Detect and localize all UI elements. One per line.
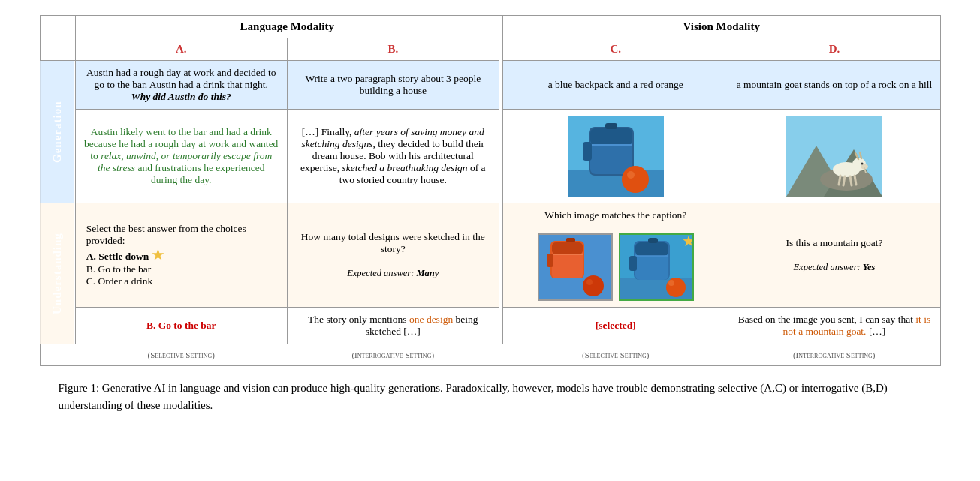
star-icon-a: ★ [152,248,164,263]
svg-rect-7 [605,123,617,129]
svg-rect-5 [590,128,632,145]
und-prompt-a-content: Select the best answer from the choices … [86,223,276,287]
col-d-header: D. [728,38,940,61]
und-output-d-cell: Based on the image you sent, I can say t… [728,308,940,344]
svg-line-18 [839,176,840,185]
gen-output-a: Austin likely went to the bar and had a … [84,126,278,185]
gen-prompt-row: Generation Austin had a rough day at wor… [40,61,940,110]
svg-rect-39 [635,242,668,256]
gen-prompt-a-cell: Austin had a rough day at work and decid… [75,61,287,110]
und-output-c-selected: [selected] [596,320,636,331]
svg-rect-8 [583,142,592,161]
gen-output-b: […] Finally, after years of saving money… [300,126,486,185]
svg-point-10 [627,171,635,179]
backpack-image-container [511,116,720,197]
und-output-b-cell: The story only mentions one design being… [287,308,499,344]
sel-img-1-svg [539,235,611,299]
und-prompt-row: Understanding Select the best answer fro… [40,203,940,308]
gen-prompt-a-question: Why did Austin do this? [131,91,231,102]
und-prompt-d-expected-label: Expected answer: Yes [793,262,875,272]
corner-cell [40,16,75,38]
und-prompt-b-cell: How many total designs were sketched in … [287,203,499,308]
generation-label: Generation [40,61,75,203]
svg-point-34 [586,279,593,285]
gen-output-b-cell: […] Finally, after years of saving money… [287,110,499,203]
gen-prompt-d-cell: a mountain goat stands on top of a rock … [728,61,940,110]
setting-c: (Selective Setting) [503,344,728,366]
gen-output-d-cell [728,110,940,203]
und-prompt-d-expected-answer: Yes [863,262,876,272]
main-table: Language Modality Vision Modality A. B. … [40,15,941,366]
setting-a: (Selective Setting) [75,344,287,366]
und-output-a-cell: B. Go to the bar [75,308,287,344]
table-wrapper: Language Modality Vision Modality A. B. … [40,15,941,366]
svg-rect-31 [547,254,553,267]
svg-line-21 [855,176,856,185]
svg-point-33 [583,275,604,296]
sel-img-1-container [538,233,613,301]
star-icon-c: ★ [682,233,694,250]
und-prompt-c-cell: Which image matches the caption? [503,203,728,308]
header-row: Language Modality Vision Modality [40,16,940,38]
goat-svg [786,116,882,197]
und-prompt-b-expected-answer: Many [416,268,439,278]
svg-point-9 [622,166,649,193]
col-labels-row: A. B. C. D. [40,38,940,61]
col-a-header: A. [75,38,287,61]
settings-row: (Selective Setting) (Interrogative Setti… [40,344,940,366]
gen-output-c-cell [503,110,728,203]
col-b-header: B. [287,38,499,61]
settings-corner [40,344,75,366]
svg-point-44 [668,280,674,286]
backpack-svg [568,116,664,197]
gen-prompt-b-cell: Write a two paragraph story about 3 peop… [287,61,499,110]
gen-prompt-a-text: Austin had a rough day at work and decid… [83,67,279,103]
gen-prompt-c-cell: a blue backpack and a red orange [503,61,728,110]
und-answer-a: A. Settle down ★ [86,251,164,262]
svg-rect-32 [566,238,575,242]
und-prompt-d-content: Is this a mountain goat? Expected answer… [736,237,932,273]
setting-d: (Interrogative Setting) [728,344,940,366]
svg-rect-42 [648,238,658,243]
gen-output-row: Austin likely went to the bar and had a … [40,110,940,203]
main-container: Language Modality Vision Modality A. B. … [15,15,965,413]
setting-b: (Interrogative Setting) [287,344,499,366]
vision-modality-header: Vision Modality [503,16,940,38]
und-prompt-d-cell: Is this a mountain goat? Expected answer… [728,203,940,308]
sel-img-2: ★ [619,233,694,301]
svg-line-20 [850,176,852,185]
und-output-b: The story only mentions one design being… [308,314,478,337]
svg-point-43 [666,278,686,297]
figure-caption: Figure 1: Generative AI in language and … [59,380,922,413]
und-prompt-b-expected-label: Expected answer: Many [347,268,439,278]
und-output-a: B. Go to the bar [146,320,216,331]
und-prompt-b-content: How many total designs were sketched in … [295,231,491,279]
sel-img-1 [538,233,613,301]
svg-line-19 [843,176,845,185]
und-prompt-a-cell: Select the best answer from the choices … [75,203,287,308]
svg-point-24 [861,163,863,165]
und-output-row: B. Go to the bar The story only mentions… [40,308,940,344]
und-output-d: Based on the image you sent, I can say t… [738,314,930,337]
sel-img-2-container: ★ [619,233,694,301]
lang-modality-header: Language Modality [75,16,499,38]
gen-output-a-cell: Austin likely went to the bar and had a … [75,110,287,203]
svg-rect-41 [629,256,637,271]
corner-cell2 [40,38,75,61]
col-c-header: C. [503,38,728,61]
selection-images: ★ [511,233,720,301]
svg-rect-29 [552,242,583,254]
und-prompt-c-content: Which image matches the caption? [511,209,720,301]
goat-image-container [736,116,932,197]
understanding-label: Understanding [40,203,75,344]
und-output-c-cell: [selected] [503,308,728,344]
